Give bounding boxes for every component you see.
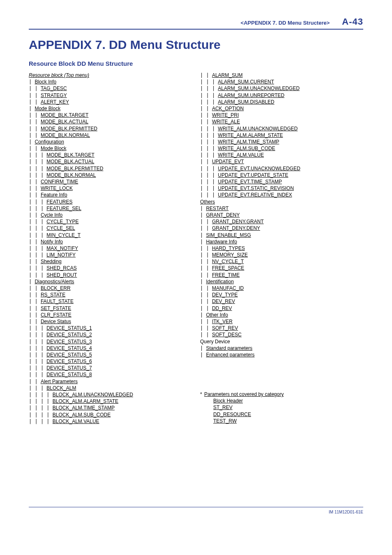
tree-node-label: DEVICE_STATUS_3 (46, 339, 92, 345)
tree-node: | | NV_CYCLE_T (200, 258, 363, 265)
tree-node: Resource block (Top menu) (29, 72, 192, 79)
tree-node: | | | DEVICE_STATUS_4 (29, 345, 192, 352)
tree-node: | | WRITE_ALE (200, 118, 363, 125)
tree-node-label: MAX_NOTIFY (46, 245, 78, 251)
note-item: ST_REV (200, 404, 363, 411)
tree-node-label: FREE_TIME (212, 272, 240, 278)
tree-node: | | | ALARM_SUM.UNACKNOWLEDGED (200, 85, 363, 92)
uncovered-note: *Parameters not covered by category Bloc… (200, 391, 363, 424)
tree-node-label: UPDATE_EVT.UPDATE_STATE (218, 172, 288, 178)
tree-node-label: Configuration (35, 139, 64, 145)
tree-node: | RESTART (200, 205, 363, 212)
tree-node-label: NV_CYCLE_T (212, 259, 244, 264)
tree-node: | | SOFT_REV (200, 325, 363, 331)
tree-node: | | DEV_TYPE (200, 291, 363, 298)
tree-node: | | | MODE_BLK.PERMITTED (29, 165, 192, 172)
tree-node-label: Block Info (35, 79, 56, 85)
tree-node: | | | MODE_BLK.ACTUAL (29, 158, 192, 165)
tree-node-label: BLOCK_ALM.VALUE (53, 419, 99, 424)
tree-node-label: Other Info (206, 312, 228, 318)
note-item: Block Header (200, 398, 363, 404)
tree-node: | | | | BLOCK_ALM.VALUE (29, 418, 192, 425)
tree-node: | | | ALARM_SUM.UNREPORTED (200, 92, 363, 99)
tree-node: | | FAULT_STATE (29, 298, 192, 305)
tree-node: | | | MODE_BLK.TARGET (29, 152, 192, 158)
tree-node: Others (200, 199, 363, 205)
tree-node: | | | ALARM_SUM.DISABLED (200, 99, 363, 105)
tree-node-label: ALARM_SUM.CURRENT (218, 79, 274, 85)
tree-node-label: MODE_BLK.PERMITTED (46, 166, 103, 171)
tree-node-label: BLOCK_ERR (41, 285, 71, 291)
tree-node-label: SOFT_DESC (212, 332, 242, 338)
tree-node: | | MANUFAC_ID (200, 285, 363, 291)
tree-node-label: Enhanced parameters (206, 352, 254, 358)
tree-node-label: DEVICE_STATUS_5 (46, 352, 92, 358)
tree-node-label: ALARM_SUM (212, 72, 243, 78)
tree-node: | | SET_FSTATE (29, 305, 192, 312)
tree-node-label: MODE_BLK.ACTUAL (41, 119, 88, 125)
tree-node-label: Alert Parameters (41, 379, 78, 384)
tree-node-label: LIM_NOTIFY (46, 252, 76, 258)
tree-node-label: BLOCK_ALM.SUB_CODE (53, 412, 111, 418)
tree-node-label: BLOCK_ALM.ALARM_STATE (53, 398, 118, 404)
tree-node: | | | DEVICE_STATUS_2 (29, 331, 192, 338)
tree-node: | | MODE_BLK.ACTUAL (29, 118, 192, 125)
tree-node-label: MODE_BLK.TARGET (46, 152, 94, 158)
tree-node-label: DEVICE_STATUS_8 (46, 372, 92, 377)
tree-node-label: MODE_BLK.ACTUAL (46, 159, 94, 164)
tree-node-label: UPDATE_EVT (212, 159, 244, 164)
note-heading: Parameters not covered by category (204, 391, 284, 397)
tree-node-label: SET_FSTATE (41, 305, 71, 311)
tree-node-label: TAG_DESC (41, 86, 67, 91)
tree-node-label: MODE_BLK.PERMITTED (41, 126, 97, 132)
tree-node: | | ALARM_SUM (200, 72, 363, 79)
tree-node-label: DEV_TYPE (212, 292, 238, 298)
tree-node: | | MODE_BLK.TARGET (29, 112, 192, 118)
tree-node-label: WRITE_ALE (212, 119, 240, 125)
tree-node-label: ALARM_SUM.DISABLED (218, 99, 274, 105)
tree-node: | | BLOCK_ERR (29, 285, 192, 291)
tree-node: Query Device (200, 338, 363, 345)
tree-node-label: Others (200, 199, 215, 205)
tree-node-label: UPDATE_EVT.STATIC_REVISION (218, 185, 294, 191)
tree-node: | | Alert Parameters (29, 378, 192, 385)
tree-node-label: Cycle Info (41, 212, 62, 218)
tree-node-label: DEVICE_STATUS_2 (46, 332, 92, 338)
tree-node: | | | DEVICE_STATUS_5 (29, 352, 192, 358)
tree-node: | | | UPDATE_EVT.STATIC_REVISION (200, 185, 363, 192)
tree-node: | | | DEVICE_STATUS_6 (29, 358, 192, 365)
tree-node-label: RS_STATE (41, 292, 65, 298)
tree-node-label: FEATURES (46, 199, 72, 205)
tree-node: | | | ALARM_SUM.CURRENT (200, 79, 363, 85)
tree-node: | | GRANT_DENY.DENY (200, 225, 363, 231)
tree-node-label: WRITE_LOCK (41, 185, 73, 191)
tree-node-label: GRANT_DENY (206, 212, 240, 218)
tree-node-label: CONFIRM_TIME (41, 179, 78, 185)
tree-node: | | | DEVICE_STATUS_1 (29, 325, 192, 331)
tree-node: | Mode Block (29, 105, 192, 112)
tree-node: | | | MIN_CYCLE_T (29, 232, 192, 238)
tree-node: | | | WRITE_ALM.ALARM_STATE (200, 132, 363, 139)
tree-node-label: BLOCK_ALM.UNACKNOWLEDGED (53, 392, 133, 398)
tree-node: | | TAG_DESC (29, 85, 192, 92)
tree-node: | | | CYCLE_SEL (29, 225, 192, 231)
tree-node: | | | MODE_BLK.NORMAL (29, 172, 192, 178)
tree-node: | | | BLOCK_ALM (29, 385, 192, 391)
tree-node: | | | SHED_ROUT (29, 272, 192, 278)
tree-node-label: SOFT_REV (212, 325, 238, 331)
tree-node-label: UPDATE_EVT.UNACKNOWLEDGED (218, 166, 300, 171)
tree-node: | | STRATEGY (29, 92, 192, 99)
tree-node-label: FAULT_STATE (41, 298, 74, 304)
menu-tree-column-1: Resource block (Top menu)| Block Info| |… (29, 72, 192, 425)
tree-node-label: SHED_RCAS (46, 265, 76, 271)
tree-node-label: WRITE_ALM.UNACKNOWLEDGED (218, 126, 297, 132)
tree-node: | | Feature Info (29, 192, 192, 198)
tree-node-label: Hardware Info (206, 239, 237, 245)
tree-node: | | Mode Block (29, 145, 192, 152)
tree-node: | | MODE_BLK.NORMAL (29, 132, 192, 139)
tree-node: | Standard parameters (200, 345, 363, 352)
tree-node: | | | MAX_NOTIFY (29, 245, 192, 252)
tree-node: | GRANT_DENY (200, 212, 363, 218)
tree-node: | Configuration (29, 139, 192, 145)
tree-node-label: FREE_SPACE (212, 265, 244, 271)
